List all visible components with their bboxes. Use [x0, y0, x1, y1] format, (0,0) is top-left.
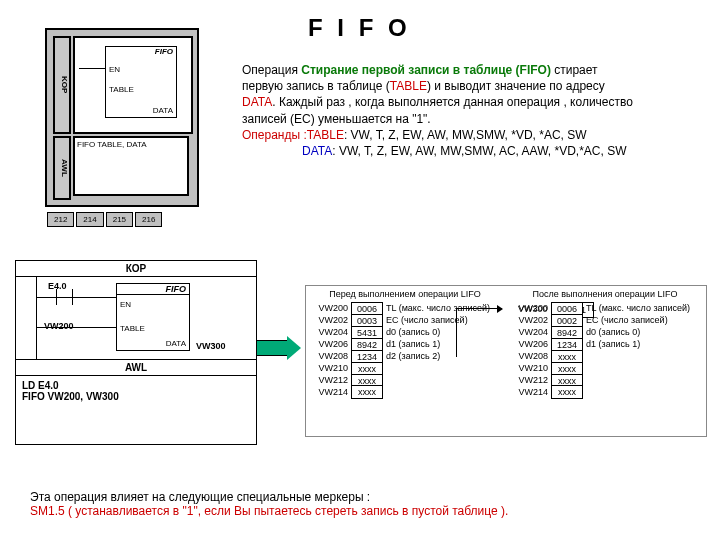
table-row: VW2020002ЕС (число записей) [506, 314, 704, 326]
kop-body: Е4.0 VW200 VW300 FIFO EN TABLE DATA [16, 277, 256, 360]
awl-line-1: LD E4.0 [22, 380, 250, 391]
awl-line-2: FIFO VW200, VW300 [22, 391, 250, 402]
table-row: VW212xxxx [506, 374, 704, 386]
table-row: VW210xxxx [506, 362, 704, 374]
tab-212: 212 [47, 212, 74, 227]
en-label: EN [109, 65, 120, 74]
table-row: VW2000006TL (макс. число записей) [506, 302, 704, 314]
kop-fifo-block: FIFO EN TABLE DATA [116, 283, 190, 351]
tab-216: 216 [135, 212, 162, 227]
table-row: VW2081234d2 (запись 2) [306, 350, 504, 362]
after-group: После выполнения операции LIFO VW2000006… [506, 286, 704, 398]
awl-side-label: AWL [53, 136, 71, 200]
tab-214: 214 [76, 212, 103, 227]
e40-label: Е4.0 [48, 281, 67, 291]
data-label: DATA [153, 106, 173, 115]
big-arrow-icon [256, 340, 288, 356]
awl-caption: AWL [16, 360, 256, 376]
table-row: VW212xxxx [306, 374, 504, 386]
footer-line-1: Эта операция влияет на следующие специал… [30, 490, 370, 504]
vw200-label: VW200 [44, 321, 74, 331]
tab-215: 215 [106, 212, 133, 227]
after-title: После выполнения операции LIFO [506, 286, 704, 302]
page-title: F I F O [308, 14, 411, 42]
table-row: VW210xxxx [306, 362, 504, 374]
table-row: VW2000006TL (макс. число записей) [306, 302, 504, 314]
table-row: VW2045431d0 (запись 0) [306, 326, 504, 338]
table-row: VW2061234d1 (запись 1) [506, 338, 704, 350]
description-text: Операция Стирание первой записи в таблиц… [242, 62, 692, 159]
sketch-tabs: 212 214 215 216 [47, 212, 162, 227]
vw300-label: VW300 [196, 341, 226, 351]
table-label: TABLE [109, 85, 134, 94]
kop-awl-sketch: KOP FIFO EN TABLE DATA AWL FIFO TABLE, D… [45, 28, 199, 207]
footer-note: Эта операция влияет на следующие специал… [30, 490, 508, 518]
footer-line-2: SM1.5 ( устанавливается в "1", если Вы п… [30, 504, 508, 518]
kop-side-label: KOP [53, 36, 71, 134]
fifo-block: FIFO EN TABLE DATA [105, 46, 177, 118]
before-group: Перед выполнением операции LIFO VW200000… [306, 286, 504, 398]
kop-inner-box: FIFO EN TABLE DATA [73, 36, 193, 134]
awl-body: LD E4.0 FIFO VW200, VW300 [16, 376, 256, 444]
kop-caption: КОР [16, 261, 256, 277]
table-row: VW2020003ЕС (число записей) [306, 314, 504, 326]
table-row: VW208xxxx [506, 350, 704, 362]
awl-inner-box: FIFO TABLE, DATA [73, 136, 189, 196]
before-title: Перед выполнением операции LIFO [306, 286, 504, 302]
table-row: VW2048942d0 (запись 0) [506, 326, 704, 338]
lifo-panel: VW300 5431 Перед выполнением операции LI… [305, 285, 707, 437]
kop-awl-panel: КОР Е4.0 VW200 VW300 FIFO EN TABLE DATA … [15, 260, 257, 445]
table-row: VW2068942d1 (запись 1) [306, 338, 504, 350]
fifo-block-header: FIFO [106, 47, 176, 56]
table-row: VW214xxxx [506, 386, 704, 398]
table-row: VW214xxxx [306, 386, 504, 398]
